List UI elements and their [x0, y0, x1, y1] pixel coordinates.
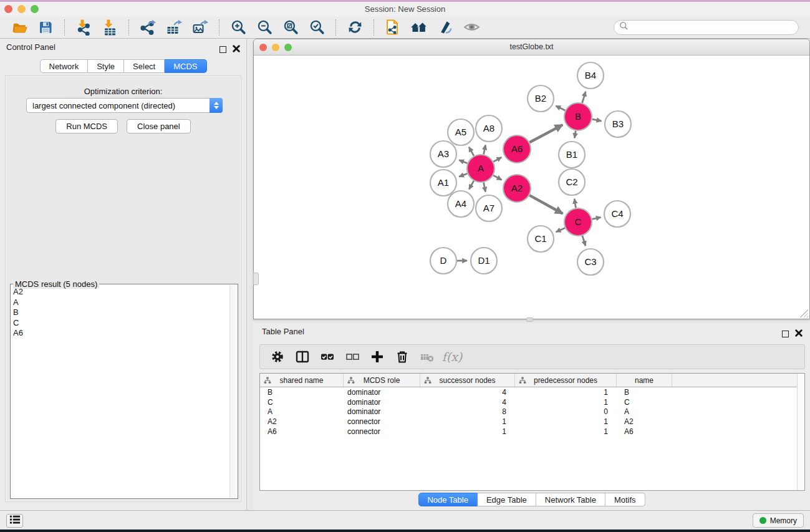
zoom-selected-icon[interactable]: [306, 18, 327, 37]
import-table-icon[interactable]: [99, 18, 120, 37]
table-cell[interactable]: 1: [515, 427, 617, 436]
open-file-icon[interactable]: [9, 18, 30, 37]
edge-A-A6[interactable]: [493, 157, 501, 162]
table-cell[interactable]: 8: [420, 407, 515, 416]
delete-row-icon[interactable]: [391, 347, 413, 367]
edge-A-A5[interactable]: [469, 147, 474, 156]
search-box[interactable]: [614, 20, 799, 35]
float-table-panel-icon[interactable]: [782, 331, 789, 337]
mcds-result-scrollbar[interactable]: [229, 285, 237, 498]
edge-A6-B[interactable]: [529, 125, 562, 142]
edge-A-A2[interactable]: [493, 175, 501, 180]
table-row[interactable]: Bdominator41B: [260, 387, 804, 397]
table-cell[interactable]: dominator: [344, 388, 420, 397]
edge-A-A7[interactable]: [484, 183, 486, 192]
table-cell[interactable]: 0: [515, 407, 617, 416]
mcds-result-item[interactable]: C: [13, 318, 229, 329]
refresh-view-icon[interactable]: [344, 18, 365, 37]
export-image-icon[interactable]: [190, 18, 211, 37]
task-history-button[interactable]: [6, 514, 23, 528]
edge-B-B3[interactable]: [592, 119, 602, 121]
close-panel-button[interactable]: Close panel: [127, 119, 191, 133]
float-panel-icon[interactable]: [219, 46, 226, 53]
table-cell[interactable]: 1: [515, 417, 617, 426]
table-cell[interactable]: 4: [420, 388, 515, 397]
table-cell[interactable]: A: [617, 407, 672, 416]
table-row[interactable]: Cdominator41C: [260, 397, 804, 407]
table-cell[interactable]: A2: [617, 417, 672, 426]
edge-C-C3[interactable]: [582, 236, 586, 246]
memory-button[interactable]: Memory: [753, 513, 804, 528]
column-header-name[interactable]: name: [617, 374, 672, 387]
table-cell[interactable]: 1: [515, 398, 617, 407]
table-cell[interactable]: A: [260, 407, 344, 416]
table-cell[interactable]: A2: [260, 417, 344, 426]
split-columns-icon[interactable]: [291, 347, 314, 367]
edge-A-A4[interactable]: [469, 181, 474, 189]
table-cell[interactable]: dominator: [344, 398, 420, 407]
settings-icon[interactable]: [266, 347, 289, 367]
column-header-mcds-role[interactable]: MCDS role: [344, 374, 420, 387]
add-column-icon[interactable]: [366, 347, 388, 367]
splitter-handle-left[interactable]: [253, 273, 259, 285]
select-all-icon[interactable]: [316, 347, 339, 367]
tab-network[interactable]: Network: [39, 59, 88, 73]
edge-A2-C[interactable]: [529, 195, 562, 213]
table-cell[interactable]: connector: [344, 427, 420, 436]
mcds-result-item[interactable]: A6: [13, 328, 229, 339]
mcds-result-item[interactable]: A2: [13, 287, 229, 297]
tab-motifs[interactable]: Motifs: [605, 493, 645, 506]
table-cell[interactable]: A6: [260, 427, 344, 436]
network-window-titlebar[interactable]: testGlobe.txt: [254, 39, 809, 56]
run-mcds-button[interactable]: Run MCDS: [55, 119, 118, 133]
table-cell[interactable]: 1: [515, 388, 617, 397]
tab-node-table[interactable]: Node Table: [418, 493, 478, 506]
zoom-out-icon[interactable]: [254, 18, 275, 37]
table-scrollbar[interactable]: [797, 374, 804, 490]
table-cell[interactable]: A6: [617, 427, 672, 436]
edge-B-B1[interactable]: [574, 131, 576, 138]
table-cell[interactable]: C: [260, 398, 344, 407]
optimization-criterion-select[interactable]: largest connected component (directed): [26, 98, 223, 113]
deselect-all-icon[interactable]: [341, 347, 364, 367]
mcds-result-item[interactable]: A: [13, 297, 229, 308]
mcds-result-item[interactable]: B: [13, 307, 229, 318]
show-details-icon[interactable]: [461, 18, 482, 37]
column-header-predecessor-nodes[interactable]: predecessor nodes: [515, 374, 617, 387]
table-cell[interactable]: 4: [420, 398, 515, 407]
column-header-successor-nodes[interactable]: successor nodes: [420, 374, 515, 387]
table-cell[interactable]: 1: [420, 417, 515, 426]
table-cell[interactable]: B: [260, 388, 344, 397]
edge-A-A1[interactable]: [459, 173, 467, 177]
tab-network-table[interactable]: Network Table: [536, 493, 605, 506]
window-resize-grip[interactable]: [800, 309, 808, 317]
edge-B-B2[interactable]: [556, 106, 565, 110]
export-network-icon[interactable]: [137, 18, 158, 37]
edge-C-C4[interactable]: [592, 217, 601, 219]
network-canvas[interactable]: AA1A2A3A4A5A6A7A8BB1B2B3B4CC1C2C3C4DD1: [254, 56, 809, 319]
tab-select[interactable]: Select: [124, 59, 165, 73]
edge-A-A3[interactable]: [459, 160, 467, 163]
zoom-fit-icon[interactable]: [280, 18, 301, 37]
import-network-icon[interactable]: [73, 18, 94, 37]
edge-C-C1[interactable]: [556, 228, 565, 231]
tab-mcds[interactable]: MCDS: [165, 59, 206, 73]
table-cell[interactable]: connector: [344, 417, 420, 426]
table-cell[interactable]: dominator: [344, 407, 420, 416]
table-row[interactable]: A2connector11A2: [260, 417, 804, 427]
splitter-handle-bottom[interactable]: [526, 317, 533, 322]
edge-A-A8[interactable]: [484, 145, 486, 154]
zoom-in-icon[interactable]: [228, 18, 249, 37]
edge-C-C2[interactable]: [574, 199, 576, 208]
table-row[interactable]: Adominator80A: [260, 407, 804, 417]
table-row[interactable]: A6connector11A6: [260, 427, 804, 437]
column-header-shared-name[interactable]: shared name: [260, 374, 344, 387]
search-input[interactable]: [632, 23, 793, 32]
table-cell[interactable]: C: [617, 398, 672, 407]
save-session-icon[interactable]: [35, 18, 56, 37]
table-cell[interactable]: 1: [420, 427, 515, 436]
network-from-file-icon[interactable]: [382, 18, 403, 37]
export-table-icon[interactable]: [163, 18, 185, 37]
annotation-mode-icon[interactable]: [435, 18, 456, 37]
apply-layout-icon[interactable]: [408, 18, 430, 37]
